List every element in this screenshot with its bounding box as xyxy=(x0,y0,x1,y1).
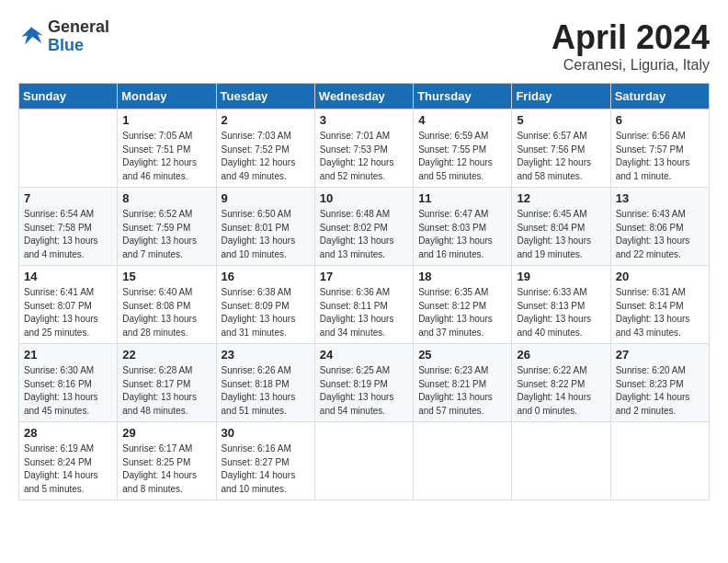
day-number: 5 xyxy=(517,113,605,127)
calendar-cell: 20Sunrise: 6:31 AM Sunset: 8:14 PM Dayli… xyxy=(610,266,709,344)
calendar-cell: 11Sunrise: 6:47 AM Sunset: 8:03 PM Dayli… xyxy=(414,188,512,266)
calendar-cell xyxy=(610,422,709,500)
day-number: 28 xyxy=(24,426,112,440)
calendar-cell: 9Sunrise: 6:50 AM Sunset: 8:01 PM Daylig… xyxy=(216,188,314,266)
day-info: Sunrise: 6:52 AM Sunset: 7:59 PM Dayligh… xyxy=(122,208,210,261)
day-number: 11 xyxy=(418,191,506,205)
calendar-cell: 18Sunrise: 6:35 AM Sunset: 8:12 PM Dayli… xyxy=(414,266,512,344)
calendar-cell xyxy=(414,422,512,500)
day-info: Sunrise: 6:43 AM Sunset: 8:06 PM Dayligh… xyxy=(616,208,704,261)
day-info: Sunrise: 6:17 AM Sunset: 8:25 PM Dayligh… xyxy=(122,442,210,496)
day-number: 1 xyxy=(122,113,210,127)
day-number: 10 xyxy=(320,191,408,205)
day-number: 23 xyxy=(222,348,310,362)
calendar-cell xyxy=(512,422,610,500)
day-info: Sunrise: 6:47 AM Sunset: 8:03 PM Dayligh… xyxy=(418,208,506,261)
calendar-cell: 3Sunrise: 7:01 AM Sunset: 7:53 PM Daylig… xyxy=(314,109,413,188)
calendar-cell: 30Sunrise: 6:16 AM Sunset: 8:27 PM Dayli… xyxy=(216,422,314,500)
day-number: 20 xyxy=(616,270,704,283)
logo-text: General Blue xyxy=(48,18,109,55)
day-info: Sunrise: 7:01 AM Sunset: 7:53 PM Dayligh… xyxy=(320,130,408,183)
day-info: Sunrise: 6:57 AM Sunset: 7:56 PM Dayligh… xyxy=(517,130,605,183)
col-header-tuesday: Tuesday xyxy=(216,84,314,109)
day-info: Sunrise: 6:30 AM Sunset: 8:16 PM Dayligh… xyxy=(24,364,112,418)
calendar-cell: 10Sunrise: 6:48 AM Sunset: 8:02 PM Dayli… xyxy=(314,188,413,266)
calendar-cell xyxy=(314,422,413,500)
col-header-saturday: Saturday xyxy=(610,84,709,109)
calendar-title: April 2024 xyxy=(552,18,710,57)
logo-blue: Blue xyxy=(48,37,109,55)
day-number: 26 xyxy=(517,348,605,362)
calendar-week-1: 1Sunrise: 7:05 AM Sunset: 7:51 PM Daylig… xyxy=(19,109,710,188)
day-info: Sunrise: 6:59 AM Sunset: 7:55 PM Dayligh… xyxy=(418,130,506,183)
day-info: Sunrise: 6:20 AM Sunset: 8:23 PM Dayligh… xyxy=(616,364,704,418)
day-number: 30 xyxy=(222,426,310,440)
day-number: 16 xyxy=(222,270,310,283)
day-info: Sunrise: 6:26 AM Sunset: 8:18 PM Dayligh… xyxy=(222,364,310,418)
day-info: Sunrise: 7:05 AM Sunset: 7:51 PM Dayligh… xyxy=(122,130,210,183)
day-number: 9 xyxy=(222,191,310,205)
calendar-cell: 1Sunrise: 7:05 AM Sunset: 7:51 PM Daylig… xyxy=(118,109,216,188)
calendar-cell: 27Sunrise: 6:20 AM Sunset: 8:23 PM Dayli… xyxy=(610,344,709,422)
calendar-cell: 4Sunrise: 6:59 AM Sunset: 7:55 PM Daylig… xyxy=(414,109,512,188)
day-info: Sunrise: 6:31 AM Sunset: 8:14 PM Dayligh… xyxy=(616,286,704,339)
calendar-cell: 8Sunrise: 6:52 AM Sunset: 7:59 PM Daylig… xyxy=(118,188,216,266)
calendar-cell: 5Sunrise: 6:57 AM Sunset: 7:56 PM Daylig… xyxy=(512,109,610,188)
day-info: Sunrise: 6:28 AM Sunset: 8:17 PM Dayligh… xyxy=(122,364,210,418)
day-number: 2 xyxy=(222,113,310,127)
day-number: 12 xyxy=(517,191,605,205)
day-number: 25 xyxy=(418,348,506,362)
calendar-cell: 14Sunrise: 6:41 AM Sunset: 8:07 PM Dayli… xyxy=(19,266,118,344)
page-header: General Blue April 2024 Ceranesi, Liguri… xyxy=(18,18,710,74)
day-number: 29 xyxy=(122,426,210,440)
day-number: 8 xyxy=(122,191,210,205)
calendar-cell: 21Sunrise: 6:30 AM Sunset: 8:16 PM Dayli… xyxy=(19,344,118,422)
day-number: 19 xyxy=(517,270,605,283)
day-info: Sunrise: 6:40 AM Sunset: 8:08 PM Dayligh… xyxy=(122,286,210,339)
calendar-cell: 25Sunrise: 6:23 AM Sunset: 8:21 PM Dayli… xyxy=(414,344,512,422)
col-header-sunday: Sunday xyxy=(19,84,118,109)
day-number: 3 xyxy=(320,113,408,127)
calendar-cell: 19Sunrise: 6:33 AM Sunset: 8:13 PM Dayli… xyxy=(512,266,610,344)
day-number: 18 xyxy=(418,270,506,283)
calendar-cell: 28Sunrise: 6:19 AM Sunset: 8:24 PM Dayli… xyxy=(19,422,118,500)
day-info: Sunrise: 6:35 AM Sunset: 8:12 PM Dayligh… xyxy=(418,286,506,339)
day-info: Sunrise: 6:16 AM Sunset: 8:27 PM Dayligh… xyxy=(222,442,310,496)
calendar-header-row: SundayMondayTuesdayWednesdayThursdayFrid… xyxy=(19,84,710,109)
svg-marker-0 xyxy=(22,27,43,44)
day-number: 27 xyxy=(616,348,704,362)
day-info: Sunrise: 6:36 AM Sunset: 8:11 PM Dayligh… xyxy=(320,286,408,339)
day-number: 24 xyxy=(320,348,408,362)
calendar-table: SundayMondayTuesdayWednesdayThursdayFrid… xyxy=(18,83,710,500)
title-block: April 2024 Ceranesi, Liguria, Italy xyxy=(552,18,710,74)
day-info: Sunrise: 6:38 AM Sunset: 8:09 PM Dayligh… xyxy=(222,286,310,339)
day-info: Sunrise: 6:23 AM Sunset: 8:21 PM Dayligh… xyxy=(418,364,506,418)
day-number: 14 xyxy=(24,270,112,283)
logo-general: General xyxy=(48,18,109,37)
calendar-cell: 29Sunrise: 6:17 AM Sunset: 8:25 PM Dayli… xyxy=(118,422,216,500)
day-info: Sunrise: 6:48 AM Sunset: 8:02 PM Dayligh… xyxy=(320,208,408,261)
col-header-monday: Monday xyxy=(118,84,216,109)
calendar-cell: 13Sunrise: 6:43 AM Sunset: 8:06 PM Dayli… xyxy=(610,188,709,266)
day-number: 17 xyxy=(320,270,408,283)
calendar-week-2: 7Sunrise: 6:54 AM Sunset: 7:58 PM Daylig… xyxy=(19,188,710,266)
calendar-cell: 2Sunrise: 7:03 AM Sunset: 7:52 PM Daylig… xyxy=(216,109,314,188)
day-info: Sunrise: 6:50 AM Sunset: 8:01 PM Dayligh… xyxy=(222,208,310,261)
calendar-cell: 15Sunrise: 6:40 AM Sunset: 8:08 PM Dayli… xyxy=(118,266,216,344)
day-info: Sunrise: 6:19 AM Sunset: 8:24 PM Dayligh… xyxy=(24,442,112,496)
day-info: Sunrise: 6:56 AM Sunset: 7:57 PM Dayligh… xyxy=(616,130,704,183)
day-info: Sunrise: 6:22 AM Sunset: 8:22 PM Dayligh… xyxy=(517,364,605,418)
calendar-cell: 7Sunrise: 6:54 AM Sunset: 7:58 PM Daylig… xyxy=(19,188,118,266)
day-number: 13 xyxy=(616,191,704,205)
day-info: Sunrise: 6:45 AM Sunset: 8:04 PM Dayligh… xyxy=(517,208,605,261)
calendar-cell: 17Sunrise: 6:36 AM Sunset: 8:11 PM Dayli… xyxy=(314,266,413,344)
calendar-week-4: 21Sunrise: 6:30 AM Sunset: 8:16 PM Dayli… xyxy=(19,344,710,422)
calendar-cell xyxy=(19,109,118,188)
calendar-cell: 23Sunrise: 6:26 AM Sunset: 8:18 PM Dayli… xyxy=(216,344,314,422)
calendar-cell: 16Sunrise: 6:38 AM Sunset: 8:09 PM Dayli… xyxy=(216,266,314,344)
col-header-thursday: Thursday xyxy=(414,84,512,109)
day-number: 22 xyxy=(122,348,210,362)
calendar-cell: 26Sunrise: 6:22 AM Sunset: 8:22 PM Dayli… xyxy=(512,344,610,422)
day-number: 4 xyxy=(418,113,506,127)
calendar-cell: 24Sunrise: 6:25 AM Sunset: 8:19 PM Dayli… xyxy=(314,344,413,422)
